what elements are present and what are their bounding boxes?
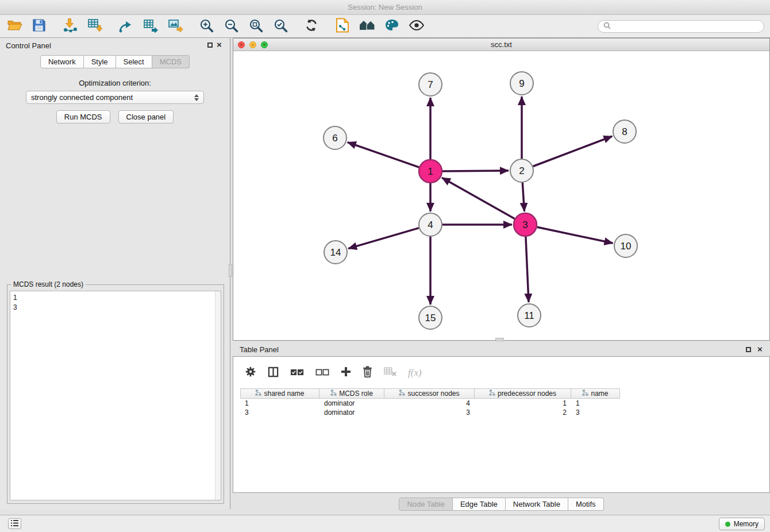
control-panel-tabs: NetworkStyleSelectMCDS [0,55,230,68]
column-type-icon [255,390,261,398]
network-canvas[interactable]: 7968124314101511 [233,51,769,340]
export-table-button[interactable] [141,17,160,36]
cell-name[interactable]: 3 [571,408,620,417]
table-row[interactable]: 3dominator323 [240,408,769,417]
mcds-result-area[interactable]: 13 [10,291,221,500]
cell-shared-name[interactable]: 1 [240,399,319,408]
close-panel-button[interactable]: Close panel [118,110,174,124]
zoom-in-icon [199,18,214,34]
zoom-fit-button[interactable] [246,17,265,36]
import-table-button[interactable] [85,17,105,36]
function-builder-button[interactable]: f(x) [408,367,422,379]
cell-successor-nodes[interactable]: 3 [384,408,475,417]
edge-3-10[interactable] [537,227,613,243]
column-header-mcds-role[interactable]: MCDS role [319,388,384,399]
search-input[interactable] [614,22,759,30]
cell-predecessor-nodes[interactable]: 1 [475,399,571,408]
export-network-button[interactable] [116,17,136,36]
node-11[interactable]: 11 [518,304,541,327]
node-2[interactable]: 2 [510,159,533,182]
add-column-button[interactable] [341,367,351,379]
tab-motifs[interactable]: Motifs [568,498,604,511]
network-document-button[interactable] [333,17,352,36]
zoom-out-button[interactable] [221,17,241,36]
result-scrollbar[interactable] [215,291,221,500]
select-all-button[interactable] [290,368,304,378]
node-label: 9 [519,78,524,89]
dropdown-stepper-icon [194,94,199,101]
float-table-panel-icon[interactable] [746,347,751,352]
home-network-button[interactable] [357,17,377,36]
window-titlebar[interactable]: Session: New Session [0,0,770,15]
split-panel-icon [268,367,279,379]
edge-4-14[interactable] [348,228,419,249]
maximize-window-icon[interactable]: + [261,41,268,48]
node-15[interactable]: 15 [419,306,442,329]
table-settings-button[interactable] [245,366,256,379]
deselect-all-button[interactable] [315,368,329,378]
node-4[interactable]: 4 [419,213,442,236]
refresh-layout-button[interactable] [302,17,321,36]
node-9[interactable]: 9 [510,72,533,95]
cell-successor-nodes[interactable]: 4 [384,399,475,408]
column-header-name[interactable]: name [571,388,620,399]
edge-3-1[interactable] [442,178,515,218]
cell-mcds-role[interactable]: dominator [319,408,384,417]
tab-network[interactable]: Network [40,55,84,68]
node-3[interactable]: 3 [514,213,537,236]
network-window-titlebar[interactable]: × − + scc.txt [233,38,769,51]
export-image-button[interactable] [165,17,185,36]
import-network-button[interactable] [60,17,80,36]
task-history-button[interactable] [8,518,21,529]
delete-table-button[interactable] [384,367,396,379]
open-session-button[interactable] [5,17,24,36]
tab-style[interactable]: Style [84,55,116,68]
edge-1-2[interactable] [442,171,509,171]
zoom-selected-button[interactable] [271,17,290,36]
column-header-successor-nodes[interactable]: successor nodes [384,388,475,399]
tab-select[interactable]: Select [116,55,152,68]
node-6[interactable]: 6 [324,126,346,149]
horizontal-splitter[interactable] [495,338,504,341]
edge-3-11[interactable] [526,237,529,302]
show-columns-button[interactable] [268,367,279,379]
node-10[interactable]: 10 [614,234,637,257]
close-table-panel-icon[interactable]: × [757,344,763,354]
show-hide-button[interactable] [407,17,426,36]
cell-mcds-role[interactable]: dominator [319,399,384,408]
tab-node-table[interactable]: Node Table [399,498,453,511]
cell-shared-name[interactable]: 3 [240,408,319,417]
column-header-predecessor-nodes[interactable]: predecessor nodes [475,388,571,399]
style-palette-button[interactable] [382,17,402,36]
node-7[interactable]: 7 [419,73,442,96]
tab-edge-table[interactable]: Edge Table [453,498,506,511]
cell-name[interactable]: 1 [571,399,620,408]
zoom-in-button[interactable] [197,17,216,36]
node-14[interactable]: 14 [324,241,347,264]
tab-mcds[interactable]: MCDS [152,55,190,68]
edge-2-3[interactable] [522,183,524,211]
node-8[interactable]: 8 [613,120,636,143]
cell-predecessor-nodes[interactable]: 2 [475,408,571,417]
edge-1-6[interactable] [348,142,419,168]
column-header-label: predecessor nodes [498,390,556,398]
edge-2-8[interactable] [533,136,613,166]
save-session-button[interactable] [29,17,49,36]
search-box[interactable] [598,20,764,33]
memory-button[interactable]: Memory [719,518,765,530]
delete-column-button[interactable] [363,366,372,379]
node-label: 14 [330,247,341,258]
vertical-splitter[interactable] [229,264,232,277]
tab-network-table[interactable]: Network Table [506,498,568,511]
float-panel-icon[interactable] [207,43,213,48]
run-mcds-button[interactable]: Run MCDS [56,110,110,124]
column-header-shared-name[interactable]: shared name [240,388,319,399]
node-label: 15 [425,313,436,323]
criterion-dropdown[interactable]: strongly connected component [26,91,204,104]
minimize-window-icon[interactable]: − [249,41,256,48]
close-panel-icon[interactable]: × [217,40,222,50]
table-row[interactable]: 1dominator411 [240,399,769,408]
close-window-icon[interactable]: × [238,41,245,48]
node-1[interactable]: 1 [419,160,442,183]
eye-icon [409,20,425,32]
